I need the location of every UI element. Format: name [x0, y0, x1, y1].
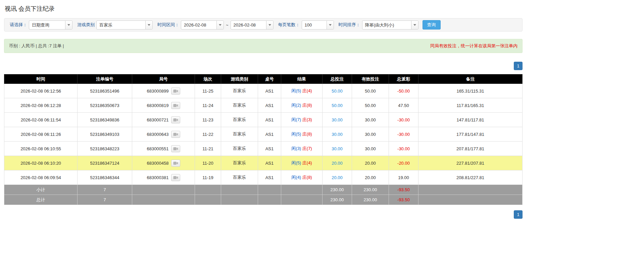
page: 视讯 会员下注纪录 请选择： 日期查询 游戏类别 百家乐 时间区间： 2026-…: [4, 0, 523, 225]
header-valid-bet: 有效投注: [352, 74, 389, 84]
cell-session: 11-25: [195, 84, 221, 98]
cell-bet-id: 523186347124: [78, 156, 132, 170]
video-icon[interactable]: [171, 102, 180, 109]
cell-valid-bet: 30.00: [352, 113, 389, 127]
cell-payout: -20.00: [389, 156, 418, 170]
cell-table-no: AS1: [258, 84, 281, 98]
video-icon[interactable]: [171, 116, 180, 123]
cell-note: 207.81/177.81: [418, 142, 523, 156]
table-footer: 小计 7 230.00 230.00 -93.50 总计 7: [4, 185, 523, 205]
total-count: 7: [78, 195, 132, 205]
cell-total-bet: 20.00: [323, 170, 352, 185]
result-player: 闲(5): [291, 88, 301, 93]
header-time: 时间: [4, 74, 78, 84]
header-result: 结果: [281, 74, 323, 84]
page-button[interactable]: 1: [514, 62, 523, 70]
cell-payout: -30.00: [389, 113, 418, 127]
cell-session: 11-20: [195, 156, 221, 170]
video-icon[interactable]: [171, 131, 180, 138]
date-from-select[interactable]: 2026-02-08: [181, 20, 224, 30]
total-row: 总计 7 230.00 230.00 -93.50: [4, 195, 523, 205]
table-row: 2026-02-08 06:12:56523186351496683000899…: [4, 84, 523, 98]
result-banker: 庄(8): [302, 175, 312, 180]
total-bet-link[interactable]: 20.00: [332, 175, 343, 180]
total-bet-link[interactable]: 50.00: [332, 89, 343, 94]
total-bet-link[interactable]: 30.00: [332, 117, 343, 122]
result-banker: 庄(3): [302, 117, 312, 122]
cell-round: 683000458: [132, 156, 195, 170]
result-player: 闲(4): [291, 175, 301, 180]
page-size-select[interactable]: 100: [302, 20, 334, 30]
cell-total-bet: 30.00: [323, 142, 352, 156]
total-bet-link[interactable]: 20.00: [332, 161, 343, 166]
sort-label: 时间排序：: [339, 22, 360, 28]
search-button[interactable]: 查询: [423, 20, 441, 30]
cell-total-bet: 50.00: [323, 84, 352, 98]
cell-game-type: 百家乐: [221, 84, 258, 98]
cell-time: 2026-02-08 06:12:28: [4, 98, 78, 113]
query-type-select[interactable]: 日期查询: [29, 20, 72, 30]
date-to-select[interactable]: 2026-02-08: [231, 20, 274, 30]
result-banker: 庄(4): [302, 88, 312, 93]
cell-table-no: AS1: [258, 98, 281, 113]
cell-total-bet: 50.00: [323, 98, 352, 113]
table-row: 2026-02-08 06:12:28523186350673683000819…: [4, 98, 523, 113]
cell-time: 2026-02-08 06:10:55: [4, 142, 78, 156]
subtotal-payout: -93.50: [389, 185, 418, 195]
video-icon[interactable]: [171, 145, 180, 152]
video-icon[interactable]: [171, 160, 180, 167]
subtotal-count: 7: [78, 185, 132, 195]
result-banker: 庄(8): [302, 131, 312, 137]
date-range-label: 时间区间：: [157, 22, 179, 28]
chevron-down-icon[interactable]: [411, 21, 418, 29]
cell-valid-bet: 50.00: [352, 98, 389, 113]
date-to-value: 2026-02-08: [231, 21, 259, 29]
cell-table-no: AS1: [258, 127, 281, 142]
video-icon[interactable]: [171, 88, 180, 95]
total-bet-link[interactable]: 30.00: [332, 146, 343, 151]
cell-result: 闲(7) 庄(3): [281, 113, 323, 127]
game-type-label: 游戏类别: [77, 22, 95, 28]
game-type-select[interactable]: 百家乐: [96, 20, 153, 30]
table-row: 2026-02-08 06:10:55523186348223683000551…: [4, 142, 523, 156]
table-body: 2026-02-08 06:12:56523186351496683000899…: [4, 84, 523, 185]
total-bet-link[interactable]: 50.00: [332, 103, 343, 108]
cell-bet-id: 523186349103: [78, 127, 132, 142]
cell-result: 闲(5) 庄(4): [281, 84, 323, 98]
header-table-no: 桌号: [258, 74, 281, 84]
cell-round: 683000643: [132, 127, 195, 142]
video-icon[interactable]: [171, 174, 180, 181]
cell-round: 683000381: [132, 170, 195, 185]
chevron-down-icon[interactable]: [145, 21, 152, 29]
summary-bar: 币别 : 人民币 | 总共 :7 注单 | 同局有效投注，统一计算在该局第一张注…: [4, 39, 523, 53]
page-button[interactable]: 1: [514, 210, 523, 219]
subtotal-label: 小计: [4, 185, 78, 195]
cell-round: 683000819: [132, 98, 195, 113]
cell-game-type: 百家乐: [221, 98, 258, 113]
total-bet-link[interactable]: 30.00: [332, 132, 343, 137]
chevron-down-icon[interactable]: [216, 21, 224, 29]
cell-game-type: 百家乐: [221, 127, 258, 142]
cell-payout: 19.00: [389, 170, 418, 185]
cell-note: 147.81/117.81: [418, 113, 523, 127]
date-from-value: 2026-02-08: [181, 21, 209, 29]
page-size-label: 每页笔数：: [278, 22, 300, 28]
table-row: 2026-02-08 06:09:54523186346344683000381…: [4, 170, 523, 185]
chevron-down-icon[interactable]: [65, 21, 72, 29]
chevron-down-icon[interactable]: [266, 21, 273, 29]
cell-bet-id: 523186349836: [78, 113, 132, 127]
cell-total-bet: 30.00: [323, 127, 352, 142]
subtotal-valid-bet: 230.00: [352, 185, 389, 195]
total-payout: -93.50: [389, 195, 418, 205]
cell-time: 2026-02-08 06:11:54: [4, 113, 78, 127]
result-banker: 庄(8): [302, 103, 312, 108]
cell-session: 11-24: [195, 98, 221, 113]
table-row: 2026-02-08 06:11:26523186349103683000643…: [4, 127, 523, 142]
cell-valid-bet: 30.00: [352, 127, 389, 142]
pagination-top: 1: [4, 62, 523, 70]
header-total-bet: 总投注: [323, 74, 352, 84]
result-banker: 庄(4): [302, 160, 312, 165]
cell-result: 闲(3) 庄(7): [281, 142, 323, 156]
sort-select[interactable]: 降幂(由大到小): [362, 20, 418, 30]
chevron-down-icon[interactable]: [327, 21, 334, 29]
